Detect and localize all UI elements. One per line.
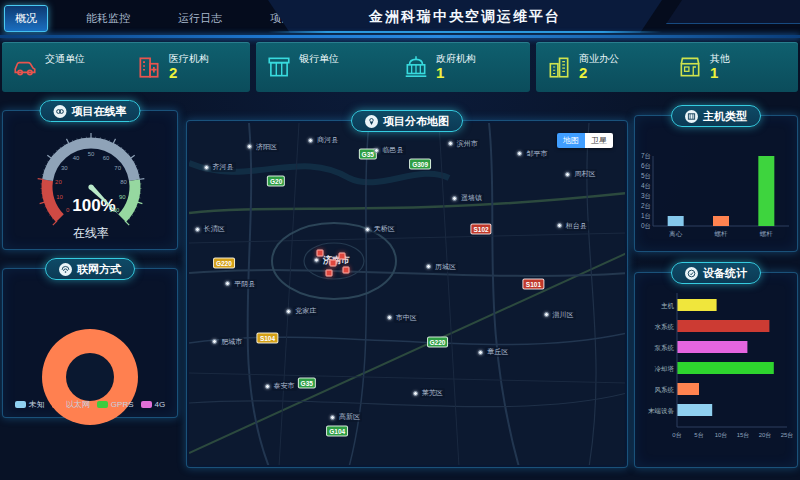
road-badge: G309 <box>409 159 431 170</box>
road-badge: G35 <box>298 377 316 388</box>
marker-dot-icon <box>565 172 570 177</box>
marker-label: 淄川区 <box>551 310 576 320</box>
map-mode-map-button[interactable]: 地图 <box>557 133 585 148</box>
device-stats-panel: 设备统计 主机水系统泵系统冷却塔风系统末端设备0台5台10台15台20台25台 <box>634 272 798 468</box>
gauge-tick-label: 20 <box>55 179 62 185</box>
stat-value: 1 <box>710 64 730 81</box>
legend-item[interactable]: 以太网 <box>52 399 90 410</box>
y-axis-label: 7台 <box>641 152 651 160</box>
stat-text: 商业办公2 <box>579 53 619 82</box>
category-label: 泵系统 <box>654 344 675 352</box>
map-marker[interactable]: 齐河县 <box>204 162 236 172</box>
x-axis-label: 0台 <box>672 432 681 439</box>
map-marker[interactable]: 天桥区 <box>365 224 397 234</box>
stat-item: 医疗机构2 <box>126 53 250 82</box>
legend-label: 未知 <box>29 399 45 410</box>
y-axis-label: 3台 <box>641 192 651 200</box>
map-canvas[interactable]: G20G35G309G220S102S104G104G35S101G220齐河县… <box>189 123 625 465</box>
y-axis-label: 6台 <box>641 162 651 170</box>
marker-dot-icon <box>448 141 453 146</box>
stat-value: 2 <box>579 64 619 81</box>
legend-item[interactable]: 4G <box>141 399 166 410</box>
map-marker[interactable]: 肥城市 <box>212 337 244 347</box>
map-marker[interactable]: 泰安市 <box>265 381 297 391</box>
marker-label: 肥城市 <box>219 337 244 347</box>
map-marker[interactable]: 党家庄 <box>286 306 318 316</box>
map-marker[interactable]: 桓台县 <box>557 221 589 231</box>
marker-dot-icon <box>225 281 230 286</box>
stats-icon <box>685 267 698 280</box>
legend-label: GPRS <box>111 400 134 409</box>
map-marker[interactable]: 莱芜区 <box>413 388 445 398</box>
legend-item[interactable]: GPRS <box>97 399 134 410</box>
online-rate-panel: 项目在线率 0102030405060708090100100%在线率 <box>2 110 178 250</box>
map-marker[interactable]: 周村区 <box>565 169 597 179</box>
gauge-tick-label: 80 <box>120 179 127 185</box>
gauge-tick <box>125 221 129 225</box>
stat-text: 医疗机构2 <box>169 53 209 82</box>
map-marker[interactable]: 高新区 <box>330 412 362 422</box>
map-marker[interactable]: 长清区 <box>195 224 227 234</box>
stat-item: 交通单位 <box>2 53 126 81</box>
legend-item[interactable]: 未知 <box>15 399 45 410</box>
map-marker[interactable]: 淄川区 <box>544 310 576 320</box>
stat-text: 交通单位 <box>45 53 85 81</box>
marker-label: 桓台县 <box>564 221 589 231</box>
nav-tab-3[interactable]: 运行日志 <box>168 6 232 31</box>
map-marker[interactable]: 临邑县 <box>374 145 406 155</box>
donut-hole <box>66 353 114 401</box>
wifi-icon <box>59 263 72 276</box>
marker-dot-icon <box>212 339 217 344</box>
project-map-panel-title: 项目分布地图 <box>383 114 449 129</box>
gauge-tick-label: 90 <box>119 194 126 200</box>
road-badge: G220 <box>213 258 235 269</box>
project-map-panel: 项目分布地图 G20G35G309G220S102S <box>186 120 628 468</box>
y-axis-label: 0台 <box>641 222 651 230</box>
network-donut-chart <box>42 329 138 425</box>
map-marker[interactable]: 市中区 <box>387 313 419 323</box>
map-marker[interactable]: 历城区 <box>426 262 458 272</box>
x-axis-label: 15台 <box>737 432 750 439</box>
legend-label: 4G <box>155 400 166 409</box>
map-marker[interactable]: 商河县 <box>308 135 340 145</box>
map-marker[interactable]: 滨州市 <box>448 139 480 149</box>
network-type-panel-title: 联网方式 <box>77 262 121 277</box>
nav-tab-1[interactable]: 概况 <box>4 5 48 32</box>
stat-text: 银行单位 <box>299 53 339 81</box>
project-marker-icon[interactable] <box>338 253 345 260</box>
gauge-tick-label: 40 <box>73 155 80 161</box>
project-marker-icon[interactable] <box>342 267 349 274</box>
x-axis-label: 离心 <box>668 230 683 237</box>
nav-tab-2[interactable]: 能耗监控 <box>76 6 140 31</box>
project-marker-icon[interactable] <box>316 249 323 256</box>
project-marker-icon[interactable] <box>325 270 332 277</box>
gauge-tick-label: 50 <box>88 151 95 157</box>
x-axis-label: 10台 <box>715 432 728 439</box>
map-marker[interactable]: 邹平市 <box>517 149 549 159</box>
map-marker[interactable]: 遥墙镇 <box>452 193 484 203</box>
gauge-tick <box>130 155 135 159</box>
map-marker[interactable]: 章丘区 <box>478 347 510 357</box>
stat-item: 银行单位 <box>256 53 393 81</box>
category-label: 水系统 <box>655 323 675 331</box>
marker-label: 历城区 <box>433 262 458 272</box>
road-badge: S104 <box>257 333 278 344</box>
map-marker[interactable]: 平阴县 <box>225 279 257 289</box>
marker-label: 章丘区 <box>485 347 510 357</box>
map-layer-toggle: 地图卫星 <box>557 133 613 148</box>
device-stats-panel-header: 设备统计 <box>671 262 761 284</box>
project-marker-icon[interactable] <box>329 260 336 267</box>
map-mode-satellite-button[interactable]: 卫星 <box>585 133 613 148</box>
car-icon <box>12 54 38 80</box>
bar <box>713 216 729 226</box>
map-marker[interactable]: 济阳区 <box>247 142 279 152</box>
marker-dot-icon <box>286 309 291 314</box>
device-stats-panel-title: 设备统计 <box>703 266 747 281</box>
stat-label: 交通单位 <box>45 53 85 65</box>
stat-value: 1 <box>436 64 476 81</box>
marker-dot-icon <box>374 148 379 153</box>
stat-item: 政府机构1 <box>393 53 530 82</box>
legend-label: 以太网 <box>66 399 90 410</box>
bar <box>677 299 717 311</box>
marker-label: 临邑县 <box>381 145 406 155</box>
